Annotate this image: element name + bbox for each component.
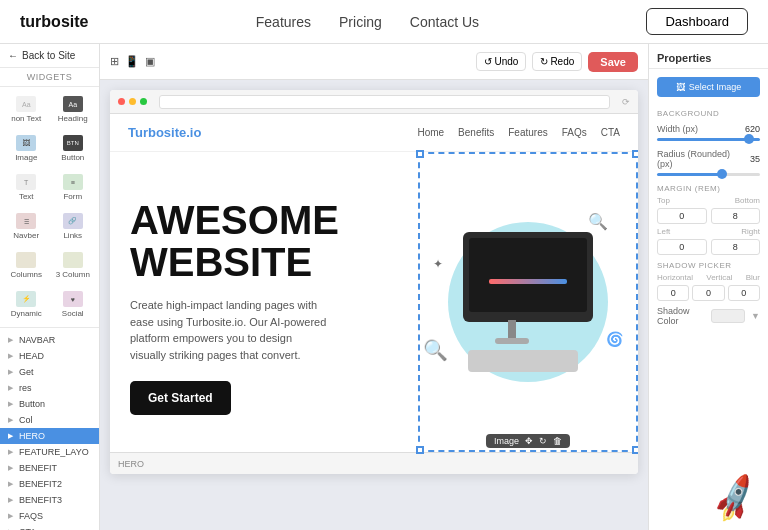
redo-label: Redo (550, 56, 574, 67)
margin-bottom-input[interactable]: 8 (711, 208, 761, 224)
site-nav-features[interactable]: Features (508, 127, 547, 138)
widget-text-light[interactable]: Aa non Text (4, 91, 49, 128)
select-image-button[interactable]: 🖼 Select Image (657, 77, 760, 97)
browser-chrome: ⟳ (110, 90, 638, 114)
site-nav-faqs[interactable]: FAQs (562, 127, 587, 138)
button-icon: BTN (63, 135, 83, 151)
layout-icon[interactable]: ⊞ (110, 55, 119, 68)
section-head[interactable]: ▶ HEAD (0, 348, 99, 364)
nav-pricing[interactable]: Pricing (339, 14, 382, 30)
dropdown-arrow-icon[interactable]: ▼ (751, 311, 760, 321)
widget-navber[interactable]: ☰ Navber (4, 208, 49, 245)
section-benefit2[interactable]: ▶ BENEFIT2 (0, 476, 99, 492)
site-nav-home[interactable]: Home (417, 127, 444, 138)
3column-icon (63, 252, 83, 268)
width-slider-thumb[interactable] (744, 134, 754, 144)
shadow-color-swatch[interactable] (711, 309, 745, 323)
tablet-icon[interactable]: ▣ (145, 55, 155, 68)
delete-icon[interactable]: 🗑 (553, 436, 562, 446)
width-slider[interactable] (657, 138, 760, 141)
section-label: res (19, 383, 32, 393)
widget-label: Links (63, 231, 82, 240)
shadow-values: 0 0 0 (649, 283, 768, 303)
dashboard-button[interactable]: Dashboard (646, 8, 748, 35)
nav-contact[interactable]: Contact Us (410, 14, 479, 30)
section-benefit1[interactable]: ▶ BENEFIT (0, 460, 99, 476)
site-nav-cta[interactable]: CTA (601, 127, 620, 138)
margin-right-input[interactable]: 8 (711, 239, 761, 255)
widget-text-dark[interactable]: Aa Heading (51, 91, 96, 128)
text-icon: T (16, 174, 36, 190)
browser-close-dot (118, 98, 125, 105)
radius-label: Radius (Rounded) (px) (657, 149, 734, 169)
section-button[interactable]: ▶ Button (0, 396, 99, 412)
site-canvas: ⟳ Turbosite.io Home Benefits Features FA… (110, 90, 638, 474)
canvas-area[interactable]: ⟳ Turbosite.io Home Benefits Features FA… (100, 80, 648, 530)
hero-image-area[interactable]: 🔍 🔍 ✦ 🌀 Image ✥ ↻ 🗑 (418, 152, 638, 452)
margin-left-input[interactable]: 0 (657, 239, 707, 255)
site-nav-benefits[interactable]: Benefits (458, 127, 494, 138)
text-light-icon: Aa (16, 96, 36, 112)
section-label: FAQS (19, 511, 43, 521)
widget-social[interactable]: ♥ Social (51, 286, 96, 323)
widget-grid: Aa non Text Aa Heading 🖼 Image BTN Butto… (0, 87, 99, 327)
section-res[interactable]: ▶ res (0, 380, 99, 396)
toolbar-icons: ⊞ 📱 ▣ (110, 55, 155, 68)
section-label: NAVBAR (19, 335, 55, 345)
save-button[interactable]: Save (588, 52, 638, 72)
corner-handle-tr[interactable] (632, 150, 638, 158)
site-nav-links: Home Benefits Features FAQs CTA (417, 127, 620, 138)
widget-form[interactable]: ≡ Form (51, 169, 96, 206)
back-arrow-icon: ← (8, 50, 18, 61)
refresh-icon[interactable]: ⟳ (622, 97, 630, 107)
widget-image[interactable]: 🖼 Image (4, 130, 49, 167)
section-faqs[interactable]: ▶ FAQS (0, 508, 99, 524)
widget-columns[interactable]: Columns (4, 247, 49, 284)
undo-button[interactable]: ↺ Undo (476, 52, 526, 71)
redo-icon: ↻ (540, 56, 548, 67)
section-navbar[interactable]: ▶ NAVBAR (0, 332, 99, 348)
widget-3column[interactable]: 3 Column (51, 247, 96, 284)
shadow-v-input[interactable]: 0 (692, 285, 724, 301)
widget-label: Navber (13, 231, 39, 240)
top-label: Top (657, 196, 670, 205)
chevron-icon: ▶ (8, 432, 13, 440)
margin-tb-values: 0 8 (649, 206, 768, 226)
widget-text[interactable]: T Text (4, 169, 49, 206)
chevron-icon: ▶ (8, 448, 13, 456)
monitor-screen (469, 238, 587, 312)
radius-slider[interactable] (657, 173, 760, 176)
radius-slider-thumb[interactable] (717, 169, 727, 179)
get-started-button[interactable]: Get Started (130, 381, 231, 415)
browser-maximize-dot (140, 98, 147, 105)
navber-icon: ☰ (16, 213, 36, 229)
shadow-h-input[interactable]: 0 (657, 285, 689, 301)
widget-button[interactable]: BTN Button (51, 130, 96, 167)
browser-url-bar[interactable] (159, 95, 610, 109)
horizontal-label: Horizontal (657, 273, 693, 282)
section-cta[interactable]: ▶ CTA (0, 524, 99, 530)
section-get[interactable]: ▶ Get (0, 364, 99, 380)
image-toolbar: Image ✥ ↻ 🗑 (486, 434, 570, 448)
width-value: 620 (738, 124, 760, 134)
section-col[interactable]: ▶ Col (0, 412, 99, 428)
widget-dynamic[interactable]: ⚡ Dynamic (4, 286, 49, 323)
nav-features[interactable]: Features (256, 14, 311, 30)
section-hero[interactable]: ▶ HERO (0, 428, 99, 444)
mobile-icon[interactable]: 📱 (125, 55, 139, 68)
back-to-site-button[interactable]: ← Back to Site (0, 44, 99, 68)
rotate-icon[interactable]: ↻ (539, 436, 547, 446)
section-benefit3[interactable]: ▶ BENEFIT3 (0, 492, 99, 508)
section-feature[interactable]: ▶ FEATURE_LAYO (0, 444, 99, 460)
section-label: HERO (19, 431, 45, 441)
margin-top-input[interactable]: 0 (657, 208, 707, 224)
page-sections: ▶ NAVBAR ▶ HEAD ▶ Get ▶ res ▶ Button ▶ C… (0, 327, 99, 530)
redo-button[interactable]: ↻ Redo (532, 52, 582, 71)
chevron-icon: ▶ (8, 400, 13, 408)
bottom-label: Bottom (735, 196, 760, 205)
widget-links[interactable]: 🔗 Links (51, 208, 96, 245)
corner-handle-tl[interactable] (416, 150, 424, 158)
widget-label: Button (61, 153, 84, 162)
shadow-blur-input[interactable]: 0 (728, 285, 760, 301)
move-icon[interactable]: ✥ (525, 436, 533, 446)
